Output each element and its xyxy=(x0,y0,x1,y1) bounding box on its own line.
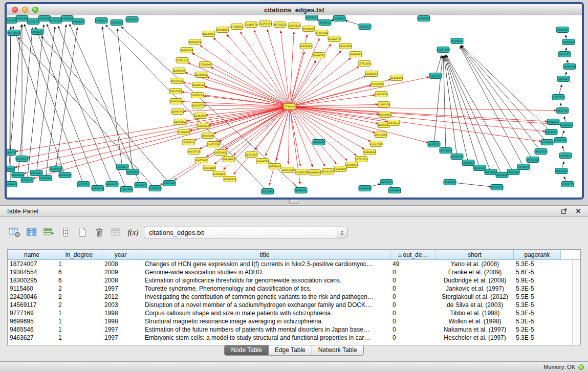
network-edge[interactable] xyxy=(290,106,347,161)
network-node[interactable]: 21169154 xyxy=(378,102,390,107)
network-edge[interactable] xyxy=(290,106,387,122)
network-node[interactable]: 20155734 xyxy=(188,149,200,155)
table-row[interactable]: 1938455462009Genome-wide association stu… xyxy=(8,268,580,276)
window-resize-handle[interactable] xyxy=(289,200,298,204)
network-node[interactable]: 9658579 xyxy=(451,154,463,160)
close-window-button[interactable] xyxy=(12,7,18,13)
network-node[interactable]: 16618103 xyxy=(300,43,312,49)
network-node[interactable]: 16038001 xyxy=(345,162,358,168)
network-node[interactable]: 20910288 xyxy=(375,132,387,138)
network-edge[interactable] xyxy=(27,25,44,180)
network-node[interactable]: 9938511 xyxy=(319,20,331,26)
network-node[interactable]: 9119707 xyxy=(429,73,442,79)
network-edge[interactable] xyxy=(28,106,290,158)
network-edge[interactable] xyxy=(213,38,290,106)
network-node[interactable]: 9631595 xyxy=(111,20,123,26)
network-node[interactable]: 10518613 xyxy=(485,169,497,175)
network-node[interactable]: 10931765 xyxy=(120,187,133,192)
network-node[interactable]: 9484883 xyxy=(72,19,84,25)
float-panel-icon[interactable] xyxy=(560,208,568,215)
import-file-icon[interactable] xyxy=(108,226,124,239)
new-table-icon[interactable] xyxy=(75,226,90,239)
network-node[interactable]: 20817345 xyxy=(169,89,182,94)
network-node[interactable]: 19487394 xyxy=(437,47,449,53)
network-node[interactable]: 9511867 xyxy=(359,24,371,30)
network-node[interactable]: 9791799 xyxy=(163,181,176,186)
network-node[interactable]: 20428114 xyxy=(192,82,205,88)
network-node[interactable]: 9546343 xyxy=(444,180,456,185)
network-node[interactable]: 9098715 xyxy=(556,27,569,33)
network-node[interactable]: 10638341 xyxy=(39,176,52,181)
column-header-in_degree[interactable]: in_degree xyxy=(56,250,102,260)
network-node[interactable]: 19561374 xyxy=(224,177,236,182)
network-node[interactable]: 18140562 xyxy=(195,72,207,78)
network-edge[interactable] xyxy=(290,58,351,106)
table-row[interactable]: 946362711997Embryonic stem cells: a mode… xyxy=(8,334,580,342)
network-node[interactable]: 20611357 xyxy=(322,169,334,174)
network-node[interactable]: 20248931 xyxy=(365,71,378,77)
network-edge[interactable] xyxy=(18,28,33,175)
network-node[interactable]: 21191459 xyxy=(390,75,403,81)
network-edge[interactable] xyxy=(46,25,66,178)
network-node[interactable]: 19205871 xyxy=(192,103,204,108)
network-edge[interactable] xyxy=(254,30,290,106)
network-edge[interactable] xyxy=(219,106,290,142)
network-edge[interactable] xyxy=(460,47,524,167)
network-edge[interactable] xyxy=(443,56,446,150)
network-node[interactable]: 9351663 xyxy=(30,170,42,176)
network-node[interactable]: 10078477 xyxy=(116,164,128,170)
network-edge[interactable] xyxy=(18,37,155,188)
network-node[interactable]: 18324689 xyxy=(334,166,346,172)
network-node[interactable]: 10238681 xyxy=(541,140,553,145)
network-node[interactable]: 16493825 xyxy=(350,52,362,57)
network-node[interactable]: 10064985 xyxy=(7,182,17,187)
network-node[interactable]: 9965495 xyxy=(555,168,568,174)
network-node[interactable]: 10091969 xyxy=(507,169,519,175)
network-node[interactable]: 19675011 xyxy=(171,78,183,84)
network-node[interactable]: 10358409 xyxy=(92,186,104,191)
network-node[interactable]: 9818783 xyxy=(556,108,569,114)
network-edge[interactable] xyxy=(269,106,290,185)
network-edge[interactable] xyxy=(434,56,443,144)
column-header-short[interactable]: short xyxy=(436,250,514,260)
network-node[interactable]: 9231935 xyxy=(473,165,486,171)
network-edge[interactable] xyxy=(290,106,541,141)
network-edge[interactable] xyxy=(211,67,290,106)
network-node[interactable]: 9911527 xyxy=(50,18,62,24)
network-edge[interactable] xyxy=(24,24,83,184)
network-node[interactable]: 21267394 xyxy=(259,21,272,27)
network-edge[interactable] xyxy=(290,106,313,167)
network-node[interactable]: 16912208 xyxy=(170,99,182,104)
network-node[interactable]: 17535608 xyxy=(371,81,383,87)
memory-status-icon[interactable] xyxy=(578,364,584,370)
network-node[interactable]: 16758069 xyxy=(269,164,281,169)
network-node[interactable]: 21331425 xyxy=(245,152,257,158)
network-node[interactable]: 9778307 xyxy=(21,178,33,183)
network-node[interactable]: 10651833 xyxy=(306,15,318,20)
network-node[interactable]: 21021458 xyxy=(339,43,352,49)
network-edge[interactable] xyxy=(205,86,290,106)
network-view[interactable]: 1724048188524721680123417551025184200951… xyxy=(7,15,582,198)
network-canvas[interactable]: 1724048188524721680123417551025184200951… xyxy=(7,15,582,198)
network-node[interactable]: 9645087 xyxy=(106,182,118,187)
table-row[interactable]: 969969511998Structural magnetic resonanc… xyxy=(8,317,580,325)
network-node[interactable]: 10252173 xyxy=(561,182,574,187)
table-row[interactable]: 946554611997Estimation of the future num… xyxy=(8,325,580,334)
network-node[interactable]: 10225189 xyxy=(333,16,345,21)
network-node[interactable]: 10833021 xyxy=(491,185,503,190)
network-node[interactable]: 19126770 xyxy=(328,36,340,42)
tab-node-table[interactable]: Node Table xyxy=(225,345,269,355)
network-edge[interactable] xyxy=(227,34,290,106)
network-node[interactable]: 10505121 xyxy=(149,186,161,191)
network-edge[interactable] xyxy=(290,106,375,133)
network-node[interactable]: 10945257 xyxy=(462,160,474,166)
network-edge[interactable] xyxy=(15,106,290,167)
network-edge[interactable] xyxy=(444,56,457,157)
table-selector-dropdown[interactable]: citations_edges.txt ▲▼ xyxy=(144,227,347,238)
network-node[interactable]: 10812037 xyxy=(547,119,559,125)
network-node[interactable]: 9672071 xyxy=(558,52,571,57)
network-node[interactable]: 20071356 xyxy=(207,142,220,147)
network-node[interactable]: 10344917 xyxy=(95,18,107,24)
network-node[interactable]: 10678817 xyxy=(559,153,572,159)
network-edge[interactable] xyxy=(288,106,290,164)
